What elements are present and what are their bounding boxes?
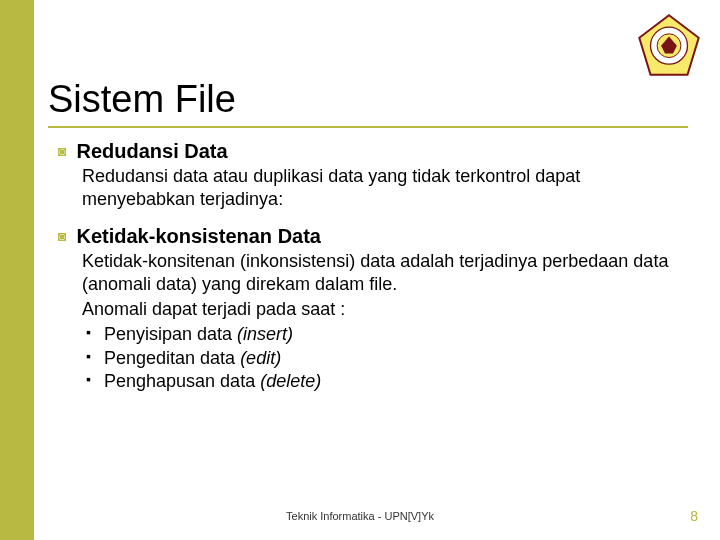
list-item: Pengeditan data (edit) bbox=[82, 347, 678, 370]
sub-list: Penyisipan data (insert) Pengeditan data… bbox=[82, 323, 678, 393]
shadowed-bullet-icon: ◙ bbox=[58, 140, 66, 162]
bullet-item: ◙ Redudansi Data Redudansi data atau dup… bbox=[58, 140, 678, 211]
shadowed-bullet-icon: ◙ bbox=[58, 225, 66, 247]
page-number: 8 bbox=[690, 508, 698, 524]
bullet-item: ◙ Ketidak-konsistenan Data Ketidak-konsi… bbox=[58, 225, 678, 393]
university-logo bbox=[636, 14, 702, 80]
slide-title: Sistem File bbox=[48, 78, 236, 121]
left-accent-bar bbox=[0, 0, 34, 540]
bullet-heading: Ketidak-konsistenan Data bbox=[76, 225, 321, 248]
slide-content: ◙ Redudansi Data Redudansi data atau dup… bbox=[58, 140, 678, 407]
list-item: Penghapusan data (delete) bbox=[82, 370, 678, 393]
list-item: Penyisipan data (insert) bbox=[82, 323, 678, 346]
body-text: Ketidak-konsitenan (inkonsistensi) data … bbox=[82, 250, 678, 296]
title-underline bbox=[48, 126, 688, 128]
body-text: Redudansi data atau duplikasi data yang … bbox=[82, 165, 678, 211]
bullet-heading: Redudansi Data bbox=[76, 140, 227, 163]
body-text: Anomali dapat terjadi pada saat : bbox=[82, 298, 678, 321]
footer-text: Teknik Informatika - UPN[V]Yk bbox=[0, 510, 720, 522]
